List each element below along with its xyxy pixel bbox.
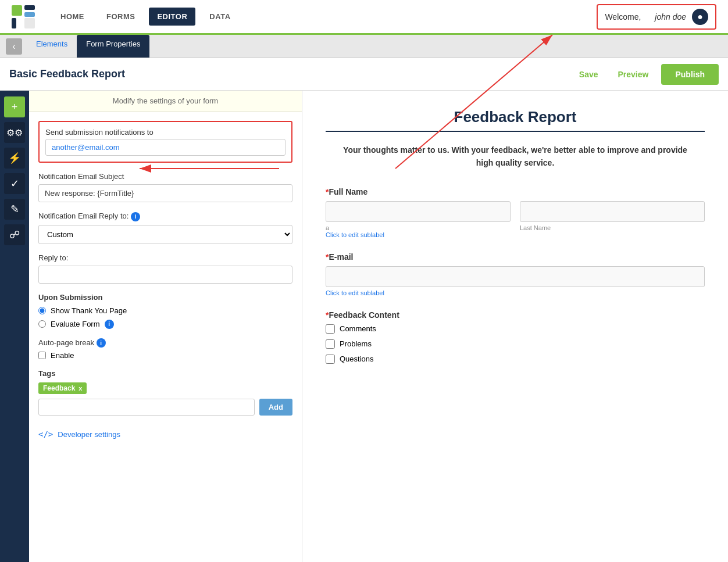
welcome-username: john doe (655, 12, 686, 22)
notification-box: Send submission notifications to (38, 121, 292, 163)
save-button[interactable]: Save (572, 65, 605, 84)
add-tag-button[interactable]: Add (259, 399, 292, 416)
evaluate-form-option[interactable]: Evaluate Form i (38, 320, 292, 329)
email-label: *E-mail (326, 252, 705, 262)
nav-home[interactable]: HOME (52, 8, 92, 26)
upon-submission-label: Upon Submission (38, 293, 292, 302)
tag-add-row: Add (38, 399, 292, 416)
reply-to-input-section: Reply to: (38, 253, 292, 284)
svg-rect-0 (12, 5, 22, 16)
submission-options: Show Thank You Page Evaluate Form i (38, 306, 292, 329)
notification-email-input[interactable] (45, 139, 286, 156)
tags-label: Tags (38, 369, 292, 378)
questions-label: Questions (340, 355, 374, 363)
welcome-box: Welcome, john doe ● (597, 4, 716, 30)
back-button[interactable]: ‹ (6, 38, 22, 55)
form-title: Basic Feedback Report (9, 68, 572, 80)
svg-rect-2 (12, 18, 16, 28)
publish-button[interactable]: Publish (661, 64, 719, 85)
show-thank-you-option[interactable]: Show Thank You Page (38, 306, 292, 315)
reply-to-input[interactable] (38, 266, 292, 284)
evaluate-form-info-icon[interactable]: i (105, 320, 114, 329)
last-name-input[interactable] (520, 201, 705, 222)
problems-option[interactable]: Problems (326, 339, 705, 349)
email-click-sublabel[interactable]: Click to edit sublabel (326, 289, 705, 296)
add-element-button[interactable]: + (4, 96, 25, 117)
brush-icon-button[interactable]: ✎ (4, 199, 25, 220)
feedback-content-section: *Feedback Content Comments Problems Ques… (326, 310, 705, 364)
title-actions: Save Preview Publish (572, 64, 719, 85)
enable-checkbox-section: Enable (38, 351, 292, 360)
nav-forms[interactable]: FORMS (98, 8, 143, 26)
top-nav: HOME FORMS EDITOR DATA Welcome, john doe… (0, 0, 728, 35)
nav-data[interactable]: DATA (201, 8, 238, 26)
feedback-options: Comments Problems Questions (326, 324, 705, 364)
enable-checkbox-input[interactable] (38, 352, 46, 359)
tag-input[interactable] (38, 399, 255, 416)
first-name-col: a Click to edit sublabel (326, 201, 511, 238)
feedback-content-label: *Feedback Content (326, 310, 705, 320)
first-name-input[interactable] (326, 201, 511, 222)
dev-settings-label: Developer settings (58, 430, 120, 439)
settings-icon-button[interactable]: ⚙⚙ (4, 122, 25, 143)
svg-rect-3 (24, 12, 35, 17)
user-avatar-icon[interactable]: ● (692, 9, 708, 25)
code-icon: </> (38, 429, 53, 439)
tabs-row: ‹ Elements Form Properties (0, 35, 728, 58)
email-input-box[interactable] (326, 266, 705, 287)
reply-to-select[interactable]: Custom Submitter Email (38, 225, 292, 244)
evaluate-form-label: Evaluate Form (51, 320, 100, 328)
upon-submission-section: Upon Submission Show Thank You Page Eval… (38, 293, 292, 329)
logo-icon (12, 5, 35, 28)
click-sublabel-first[interactable]: Click to edit sublabel (326, 231, 511, 238)
last-name-sublabel: Last Name (520, 224, 705, 231)
feedback-tag-remove[interactable]: x (78, 385, 82, 392)
form-preview: Feedback Report Your thoughts matter to … (302, 91, 728, 562)
check-icon-button[interactable]: ✓ (4, 173, 25, 194)
tags-section: Tags Feedback x Add (38, 369, 292, 416)
reply-to-info-icon[interactable]: i (131, 212, 140, 221)
form-properties-panel: Modify the settings of your form Send su… (29, 91, 302, 562)
subject-section: Notification Email Subject (38, 172, 292, 202)
questions-checkbox[interactable] (326, 355, 335, 364)
form-preview-subtitle: Your thoughts matter to us. With your fe… (341, 144, 690, 170)
full-name-label: *Full Name (326, 187, 705, 196)
reply-to-section: Notification Email Reply to: i Custom Su… (38, 212, 292, 244)
last-name-col: Last Name (520, 201, 705, 238)
subject-label: Notification Email Subject (38, 172, 292, 181)
show-thank-you-label: Show Thank You Page (51, 306, 127, 315)
problems-checkbox[interactable] (326, 339, 335, 349)
subject-input[interactable] (38, 184, 292, 202)
preview-button[interactable]: Preview (611, 65, 656, 84)
nav-editor[interactable]: EDITOR (149, 8, 195, 26)
comments-option[interactable]: Comments (326, 324, 705, 334)
auto-page-break-section: Auto-page break i Enable (38, 338, 292, 360)
tab-form-properties[interactable]: Form Properties (77, 35, 149, 58)
props-body: Send submission notifications to Notific… (29, 112, 302, 453)
developer-settings[interactable]: </> Developer settings (38, 425, 292, 443)
main-layout: + ⚙⚙ ⚡ ✓ ✎ ☍ Modify the settings of your… (0, 91, 728, 562)
comments-checkbox[interactable] (326, 324, 335, 334)
lightning-icon-button[interactable]: ⚡ (4, 148, 25, 169)
notification-label: Send submission notifications to (45, 128, 286, 137)
tab-elements[interactable]: Elements (27, 35, 77, 58)
svg-rect-1 (24, 5, 35, 10)
nav-links: HOME FORMS EDITOR DATA (52, 8, 239, 26)
welcome-text: Welcome, (605, 12, 641, 22)
email-group: *E-mail Click to edit sublabel (326, 252, 705, 296)
form-divider (326, 131, 705, 132)
enable-checkbox[interactable]: Enable (38, 351, 292, 360)
auto-page-break-label: Auto-page break i (38, 338, 292, 348)
form-preview-title: Feedback Report (326, 108, 705, 126)
icon-sidebar: + ⚙⚙ ⚡ ✓ ✎ ☍ (0, 91, 29, 562)
auto-page-break-info-icon[interactable]: i (97, 338, 106, 348)
title-bar: Basic Feedback Report Save Preview Publi… (0, 58, 728, 91)
first-name-sublabel: a (326, 224, 511, 231)
questions-option[interactable]: Questions (326, 355, 705, 364)
enable-label: Enable (51, 351, 74, 360)
full-name-row: a Click to edit sublabel Last Name (326, 201, 705, 238)
full-name-group: *Full Name a Click to edit sublabel Last… (326, 187, 705, 238)
feedback-tag: Feedback x (38, 382, 87, 394)
problems-label: Problems (340, 339, 372, 348)
share-icon-button[interactable]: ☍ (4, 224, 25, 245)
